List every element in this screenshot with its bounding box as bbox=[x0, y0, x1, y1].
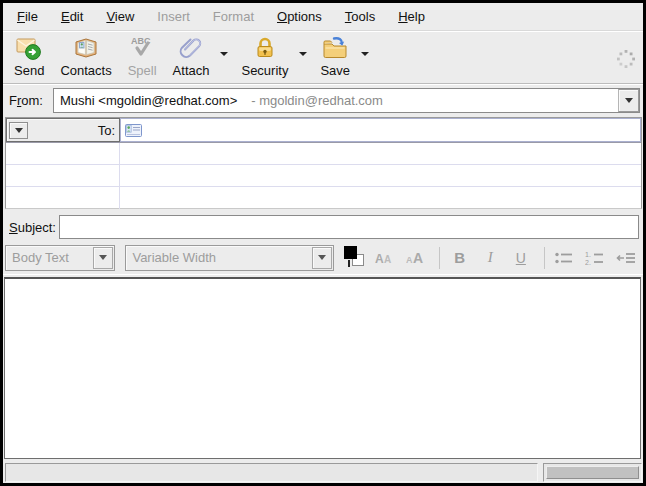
menu-file[interactable]: File bbox=[8, 5, 47, 28]
statusbar bbox=[3, 461, 643, 483]
separator bbox=[439, 247, 440, 269]
chevron-down-icon bbox=[220, 52, 228, 56]
paragraph-style-arrow-button bbox=[93, 247, 113, 269]
font-name-combobox: Variable Width bbox=[125, 245, 334, 271]
security-dropdown-button[interactable] bbox=[297, 52, 309, 82]
recipient-type-label: To: bbox=[98, 123, 115, 138]
decrease-font-size-button: A A bbox=[372, 245, 399, 271]
chevron-down-icon bbox=[318, 255, 326, 260]
attach-dropdown-button[interactable] bbox=[218, 52, 230, 82]
separator bbox=[544, 247, 545, 269]
chevron-down-icon bbox=[625, 98, 633, 103]
security-lock-icon bbox=[252, 35, 278, 61]
svg-text:A: A bbox=[406, 255, 413, 265]
outdent-button bbox=[612, 245, 639, 271]
main-toolbar: Send Contacts ABC Spell bbox=[3, 32, 643, 83]
chevron-down-icon bbox=[99, 255, 107, 260]
svg-text:A: A bbox=[384, 254, 391, 265]
contacts-button[interactable]: Contacts bbox=[53, 34, 118, 79]
menu-options[interactable]: Options bbox=[268, 5, 331, 28]
from-value: Mushi <mgoldin@redhat.com> bbox=[60, 93, 237, 108]
menu-tools[interactable]: Tools bbox=[336, 5, 384, 28]
message-body-editor[interactable] bbox=[4, 277, 641, 459]
empty-recipient-row[interactable] bbox=[6, 165, 641, 187]
security-label: Security bbox=[241, 63, 288, 78]
contacts-label: Contacts bbox=[60, 63, 111, 78]
send-button[interactable]: Send bbox=[7, 34, 51, 79]
save-button[interactable]: Save bbox=[313, 34, 357, 79]
format-toolbar: Body Text Variable Width A A A A B I bbox=[3, 241, 643, 275]
font-name-value: Variable Width bbox=[126, 250, 312, 265]
chevron-down-icon bbox=[299, 52, 307, 56]
svg-text:1.: 1. bbox=[585, 251, 591, 258]
chevron-down-icon bbox=[361, 52, 369, 56]
from-row: From: Mushi <mgoldin@redhat.com>- mgoldi… bbox=[3, 87, 643, 113]
save-label: Save bbox=[320, 63, 350, 78]
svg-text:A: A bbox=[413, 250, 423, 266]
bold-button: B bbox=[446, 245, 473, 271]
menu-insert: Insert bbox=[148, 5, 199, 28]
numbered-list-icon: 1. 2. bbox=[585, 250, 605, 266]
recipient-address-input[interactable] bbox=[120, 118, 641, 142]
empty-recipient-row[interactable] bbox=[6, 187, 641, 209]
security-button[interactable]: Security bbox=[234, 34, 295, 79]
empty-recipient-row[interactable] bbox=[6, 143, 641, 165]
decrease-font-size-icon: A A bbox=[375, 250, 395, 266]
from-address-hint: - mgoldin@redhat.com bbox=[251, 93, 383, 108]
contact-card-icon bbox=[125, 124, 142, 137]
save-dropdown-button[interactable] bbox=[359, 52, 371, 82]
from-identity-combobox[interactable]: Mushi <mgoldin@redhat.com>- mgoldin@redh… bbox=[53, 88, 640, 113]
italic-button: I bbox=[477, 245, 504, 271]
numbered-list-button: 1. 2. bbox=[582, 245, 609, 271]
spell-label: Spell bbox=[128, 63, 157, 78]
bullet-list-button bbox=[551, 245, 578, 271]
recipient-type-dropdown-button[interactable] bbox=[9, 122, 28, 139]
svg-text:2.: 2. bbox=[585, 259, 591, 266]
outdent-icon bbox=[616, 250, 636, 266]
attach-paperclip-icon bbox=[178, 35, 204, 61]
save-folder-icon bbox=[322, 35, 348, 61]
status-message bbox=[5, 463, 538, 482]
send-envelope-icon bbox=[16, 35, 42, 61]
increase-font-size-icon: A A bbox=[406, 249, 426, 267]
font-name-arrow-button bbox=[312, 247, 332, 269]
send-label: Send bbox=[14, 63, 44, 78]
menu-help[interactable]: Help bbox=[389, 5, 434, 28]
paragraph-style-value: Body Text bbox=[6, 250, 93, 265]
compose-window: File Edit View Insert Format Options Too… bbox=[0, 0, 646, 486]
recipient-type-button[interactable]: To: bbox=[6, 118, 120, 142]
subject-input[interactable] bbox=[59, 215, 639, 239]
from-label: From: bbox=[3, 93, 53, 108]
paragraph-style-combobox: Body Text bbox=[5, 245, 115, 271]
attach-button[interactable]: Attach bbox=[166, 34, 217, 79]
activity-spinner-icon bbox=[615, 48, 637, 70]
foreground-color-swatch bbox=[344, 246, 357, 259]
progress-bar bbox=[543, 463, 642, 482]
svg-text:A: A bbox=[375, 252, 384, 266]
contacts-address-book-icon bbox=[73, 35, 99, 61]
progress-bar-fill bbox=[546, 466, 639, 479]
increase-font-size-button: A A bbox=[403, 245, 430, 271]
color-picker-handle bbox=[348, 260, 350, 267]
from-combo-arrow-button[interactable] bbox=[618, 89, 639, 112]
subject-label: Subject: bbox=[3, 220, 59, 235]
menubar: File Edit View Insert Format Options Too… bbox=[3, 3, 643, 31]
addressing-area: To: bbox=[5, 117, 642, 209]
menu-format: Format bbox=[204, 5, 263, 28]
toolbar-separator bbox=[3, 83, 643, 85]
chevron-down-icon bbox=[15, 128, 23, 133]
spell-button: ABC Spell bbox=[121, 34, 164, 79]
subject-row: Subject: bbox=[3, 214, 643, 240]
menu-view[interactable]: View bbox=[97, 5, 143, 28]
bullet-list-icon bbox=[554, 250, 574, 266]
text-color-picker[interactable] bbox=[344, 246, 366, 269]
menu-edit[interactable]: Edit bbox=[52, 5, 92, 28]
spell-check-icon: ABC bbox=[129, 35, 155, 61]
underline-button: U bbox=[508, 245, 535, 271]
attach-label: Attach bbox=[173, 63, 210, 78]
recipient-row: To: bbox=[6, 118, 641, 143]
